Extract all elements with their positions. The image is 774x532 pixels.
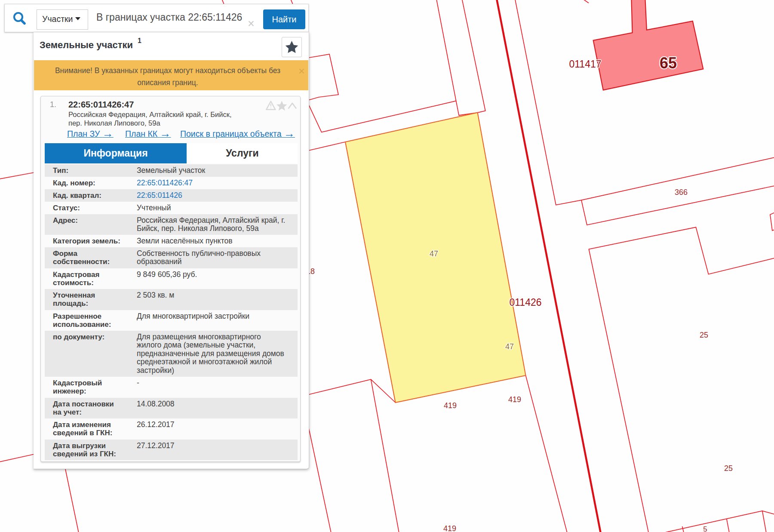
svg-text:011426: 011426 [509,297,541,308]
svg-text:47: 47 [430,249,438,258]
svg-text:366: 366 [675,188,688,197]
svg-text:25: 25 [700,331,708,339]
svg-text:419: 419 [508,395,521,404]
svg-text:419: 419 [444,401,457,410]
svg-text:47: 47 [505,342,514,351]
svg-text:65: 65 [660,54,677,72]
svg-text:419: 419 [443,524,456,532]
svg-text:25: 25 [724,464,733,473]
svg-text:5: 5 [703,525,707,532]
svg-text:011417: 011417 [569,58,601,70]
